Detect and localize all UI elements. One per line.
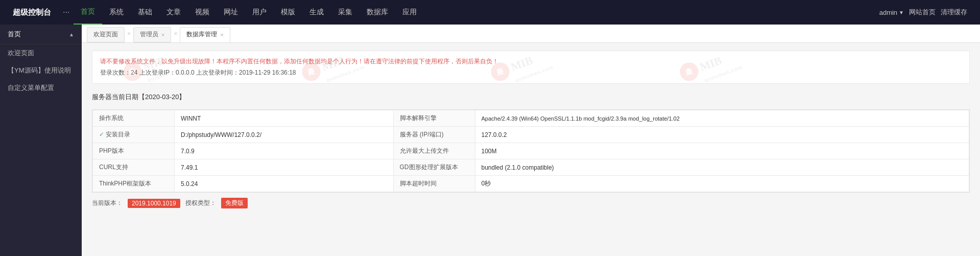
tabs-bar: 欢迎页面 × 管理员 × × 数据库管理 × bbox=[82, 25, 980, 43]
sidebar-section-label: 首页 bbox=[8, 30, 21, 39]
admin-dropdown[interactable]: admin bbox=[879, 9, 904, 16]
sidebar-section-home[interactable]: 首页 ▲ bbox=[0, 25, 82, 44]
nav-item-basic[interactable]: 基础 bbox=[131, 0, 159, 25]
nav-more-dots[interactable]: ··· bbox=[59, 8, 74, 17]
tab-welcome[interactable]: 欢迎页面 bbox=[87, 27, 125, 42]
curl-value: 7.49.1 bbox=[175, 159, 394, 176]
os-value: WINNT bbox=[175, 110, 394, 127]
nav-item-system[interactable]: 系统 bbox=[102, 0, 131, 25]
upload-limit-label: 允许最大上传文件 bbox=[393, 143, 475, 159]
layout-container: 首页 ▲ 欢迎页面 【YM源码】使用说明 自定义菜单配置 欢迎页面 × 管理员 … bbox=[0, 25, 980, 256]
curl-label: CURL支持 bbox=[93, 159, 175, 176]
version-label: 当前版本： bbox=[92, 199, 123, 207]
notice-line1: 请不要修改系统文件，以免升级出现故障！本程序不内置任何数据，添加任何数据均是个人… bbox=[100, 56, 962, 67]
website-link[interactable]: 网站首页 bbox=[909, 8, 936, 17]
thinkphp-label: ThinkPHP框架版本 bbox=[93, 176, 175, 192]
os-label: 操作系统 bbox=[93, 110, 175, 127]
notice-line2: 登录次数：24 上次登录IP：0.0.0.0 上次登录时间：2019-11-29… bbox=[100, 67, 962, 79]
tab-welcome-label: 欢迎页面 bbox=[93, 30, 118, 39]
tab-sep-2: × bbox=[172, 30, 179, 37]
php-version-label: PHP版本 bbox=[93, 143, 175, 159]
script-engine-value: Apache/2.4.39 (Win64) OpenSSL/1.1.1b mod… bbox=[475, 110, 969, 127]
brand-logo: 超级控制台 bbox=[5, 8, 59, 17]
main-content: 欢迎页面 × 管理员 × × 数据库管理 × 趣 MIB qumuban.com bbox=[82, 25, 980, 256]
tab-admin-label: 管理员 bbox=[140, 30, 158, 39]
notice-box: 请不要修改系统文件，以免升级出现故障！本程序不内置任何数据，添加任何数据均是个人… bbox=[92, 51, 970, 84]
table-row: ThinkPHP框架版本 5.0.24 脚本超时时间 0秒 bbox=[93, 176, 969, 192]
tab-admin[interactable]: 管理员 × bbox=[133, 27, 171, 42]
tab-database[interactable]: 数据库管理 × bbox=[180, 27, 230, 42]
version-value: 2019.1000.1019 bbox=[128, 199, 180, 208]
sidebar: 首页 ▲ 欢迎页面 【YM源码】使用说明 自定义菜单配置 bbox=[0, 25, 82, 256]
sidebar-item-menu-config[interactable]: 自定义菜单配置 bbox=[0, 79, 82, 97]
script-timeout-label: 脚本超时时间 bbox=[393, 176, 475, 192]
server-ip-label: 服务器 (IP/端口) bbox=[393, 127, 475, 143]
upload-limit-value: 100M bbox=[475, 143, 969, 159]
table-row: 操作系统 WINNT 脚本解释引擎 Apache/2.4.39 (Win64) … bbox=[93, 110, 969, 127]
table-row: CURL支持 7.49.1 GD图形处理扩展版本 bundled (2.1.0 … bbox=[93, 159, 969, 176]
gd-label: GD图形处理扩展版本 bbox=[393, 159, 475, 176]
install-dir-label: ✓ 安装目录 bbox=[93, 127, 175, 143]
script-engine-label: 脚本解释引擎 bbox=[393, 110, 475, 127]
info-table: 操作系统 WINNT 脚本解释引擎 Apache/2.4.39 (Win64) … bbox=[92, 110, 969, 192]
table-row: PHP版本 7.0.9 允许最大上传文件 100M bbox=[93, 143, 969, 159]
tab-database-close[interactable]: × bbox=[220, 32, 223, 38]
auth-value: 免费版 bbox=[221, 198, 248, 208]
tab-sep-1: × bbox=[126, 30, 132, 37]
nav-item-url[interactable]: 网址 bbox=[217, 0, 245, 25]
clear-cache-button[interactable]: 清理缓存 bbox=[941, 8, 967, 17]
nav-item-database[interactable]: 数据库 bbox=[360, 0, 395, 25]
script-timeout-value: 0秒 bbox=[475, 176, 969, 192]
tab-admin-close[interactable]: × bbox=[161, 32, 164, 38]
check-icon: ✓ bbox=[99, 131, 104, 138]
version-bar: 当前版本： 2019.1000.1019 授权类型： 免费版 bbox=[92, 198, 970, 208]
auth-label: 授权类型： bbox=[185, 199, 216, 207]
nav-item-home[interactable]: 首页 bbox=[74, 0, 102, 25]
nav-item-crawl[interactable]: 采集 bbox=[331, 0, 360, 25]
nav-item-app[interactable]: 应用 bbox=[395, 0, 424, 25]
gd-value: bundled (2.1.0 compatible) bbox=[475, 159, 969, 176]
nav-item-generate[interactable]: 生成 bbox=[302, 0, 331, 25]
server-ip-value: 127.0.0.2 bbox=[475, 127, 969, 143]
top-navigation: 超级控制台 ··· 首页 系统 基础 文章 视频 网址 用户 模版 生成 采集 … bbox=[0, 0, 980, 25]
table-row: ✓ 安装目录 D:/phpstudy/WWW/127.0.0.2/ 服务器 (I… bbox=[93, 127, 969, 143]
info-table-wrapper: 操作系统 WINNT 脚本解释引擎 Apache/2.4.39 (Win64) … bbox=[92, 109, 970, 193]
install-dir-label-text: 安装目录 bbox=[106, 131, 130, 138]
tab-database-label: 数据库管理 bbox=[186, 30, 217, 39]
server-date: 服务器当前日期【2020-03-20】 bbox=[92, 90, 970, 104]
install-dir-value: D:/phpstudy/WWW/127.0.0.2/ bbox=[175, 127, 394, 143]
sidebar-item-usage[interactable]: 【YM源码】使用说明 bbox=[0, 62, 82, 79]
content-area: 趣 MIB qumuban.com 趣 MIB qumuban.com 趣 MI… bbox=[82, 43, 980, 256]
php-version-value: 7.0.9 bbox=[175, 143, 394, 159]
thinkphp-value: 5.0.24 bbox=[175, 176, 394, 192]
nav-item-video[interactable]: 视频 bbox=[188, 0, 217, 25]
nav-item-user[interactable]: 用户 bbox=[245, 0, 274, 25]
nav-items-container: 首页 系统 基础 文章 视频 网址 用户 模版 生成 采集 数据库 应用 bbox=[74, 0, 879, 25]
sidebar-collapse-icon[interactable]: ▲ bbox=[69, 32, 74, 37]
sidebar-item-welcome[interactable]: 欢迎页面 bbox=[0, 44, 82, 62]
nav-item-template[interactable]: 模版 bbox=[274, 0, 302, 25]
nav-item-article[interactable]: 文章 bbox=[159, 0, 188, 25]
nav-right-controls: admin 网站首页 清理缓存 bbox=[879, 8, 975, 17]
